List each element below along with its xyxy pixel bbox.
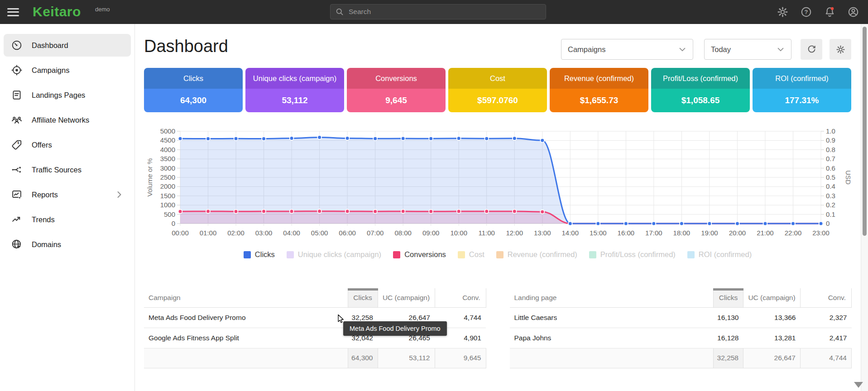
settings-gear-icon[interactable]	[777, 6, 789, 18]
stat-card-clicks[interactable]: Clicks 64,300	[144, 68, 243, 112]
svg-text:2500: 2500	[160, 173, 175, 181]
legend-item-cost[interactable]: Cost	[458, 250, 484, 259]
sidebar-item-offers[interactable]: $ Offers	[4, 134, 131, 156]
chevron-right-icon	[114, 189, 125, 200]
hamburger-menu-icon[interactable]	[7, 6, 21, 18]
page-title: Dashboard	[144, 37, 228, 56]
grouping-select[interactable]: Campaigns	[561, 39, 693, 60]
svg-text:4500: 4500	[160, 136, 175, 144]
legend-item-unique-clicks-campaign[interactable]: Unique clicks (campaign)	[287, 250, 381, 259]
pages-icon	[11, 89, 23, 101]
search-input[interactable]	[349, 8, 541, 16]
sidebar-item-domains[interactable]: Domains	[4, 233, 131, 256]
sidebar-item-campaigns[interactable]: Campaigns	[4, 59, 131, 81]
traffic-chart[interactable]: 0500100015002000250030003500400045005000…	[144, 123, 851, 237]
svg-text:0.9: 0.9	[826, 136, 835, 144]
svg-text:Volume or %: Volume or %	[146, 158, 153, 196]
svg-text:500: 500	[164, 210, 175, 218]
column-header-landing-page[interactable]: Landing page	[510, 288, 714, 307]
sidebar-item-landings-pages[interactable]: Landings Pages	[4, 84, 131, 106]
legend-swatch	[244, 251, 251, 258]
stat-card-roi-confirmed[interactable]: ROI (confirmed) 177.31%	[753, 68, 851, 112]
scrollbar[interactable]	[861, 24, 868, 391]
legend-item-conversions[interactable]: Conversions	[393, 250, 446, 259]
gauge-icon	[11, 39, 23, 51]
svg-text:1.0: 1.0	[826, 127, 835, 135]
svg-text:USD: USD	[844, 170, 851, 185]
scrollbar-thumb[interactable]	[863, 27, 867, 236]
report-icon	[11, 189, 23, 200]
svg-text:0.3: 0.3	[826, 192, 835, 200]
column-header-uc[interactable]: UC (campaign)	[743, 288, 801, 307]
sidebar-item-affiliate-networks[interactable]: Affiliate Networks	[4, 109, 131, 131]
main-content: Dashboard Campaigns Today Clicks 64,300 …	[135, 24, 851, 391]
column-header-conv[interactable]: Conv.	[435, 288, 486, 307]
svg-text:08:00: 08:00	[394, 229, 412, 237]
landings-table: Landing page Clicks UC (campaign) Conv. …	[510, 288, 852, 368]
sidebar-item-trends[interactable]: Trends	[4, 208, 131, 231]
svg-text:4000: 4000	[160, 146, 175, 153]
table-row[interactable]: Papa Johns 16,128 13,281 2,417	[510, 328, 852, 348]
sidebar-item-reports[interactable]: Reports	[4, 183, 131, 206]
svg-text:0: 0	[172, 219, 175, 227]
svg-text:06:00: 06:00	[339, 229, 356, 237]
legend-item-roi-confirmed[interactable]: ROI (confirmed)	[687, 250, 752, 259]
column-header-clicks[interactable]: Clicks	[714, 288, 743, 307]
search-icon	[335, 7, 344, 16]
svg-text:1000: 1000	[160, 201, 175, 209]
svg-text:0.6: 0.6	[826, 164, 835, 172]
column-header-campaign[interactable]: Campaign	[144, 288, 348, 307]
svg-text:16:00: 16:00	[618, 229, 635, 237]
svg-text:11:00: 11:00	[479, 229, 495, 237]
svg-text:$: $	[17, 141, 19, 145]
svg-text:0.5: 0.5	[826, 173, 835, 181]
column-header-conv[interactable]: Conv.	[801, 288, 852, 307]
sidebar-item-traffic-sources[interactable]: Traffic Sources	[4, 158, 131, 181]
gear-icon	[835, 44, 846, 55]
legend-swatch	[393, 251, 400, 258]
summary-tables: Campaign Clicks UC (campaign) Conv. Meta…	[144, 288, 851, 368]
svg-text:3000: 3000	[160, 164, 175, 172]
top-bar: Keitaro demo ?	[0, 0, 868, 24]
legend-item-clicks[interactable]: Clicks	[244, 250, 275, 259]
column-header-uc[interactable]: UC (campaign)	[378, 288, 435, 307]
svg-text:0.4: 0.4	[826, 182, 835, 190]
svg-text:23:00: 23:00	[812, 229, 830, 237]
stat-card-profit-loss-confirmed[interactable]: Profit/Loss (confirmed) $1,058.65	[651, 68, 750, 112]
totals-row: 32,258 26,647 4,744	[510, 348, 852, 368]
totals-row: 64,300 53,112 9,645	[144, 348, 486, 368]
dashboard-settings-button[interactable]	[830, 39, 851, 60]
svg-text:19:00: 19:00	[701, 229, 718, 237]
plan-badge: demo	[95, 6, 110, 13]
account-icon[interactable]	[847, 6, 859, 18]
help-icon[interactable]: ?	[800, 6, 812, 18]
column-header-clicks[interactable]: Clicks	[348, 288, 378, 307]
svg-text:18:00: 18:00	[673, 229, 691, 237]
table-row[interactable]: Little Caesars 16,130 13,366 2,327	[510, 307, 852, 328]
dashboard-controls: Campaigns Today	[561, 39, 851, 60]
scroll-down-arrow-icon[interactable]	[854, 382, 863, 388]
stat-card-revenue-confirmed[interactable]: Revenue (confirmed) $1,655.73	[550, 68, 648, 112]
notifications-bell-icon[interactable]	[824, 6, 836, 18]
svg-text:09:00: 09:00	[422, 229, 440, 237]
svg-text:22:00: 22:00	[785, 229, 802, 237]
svg-text:0.8: 0.8	[826, 146, 835, 153]
search-bar[interactable]	[330, 4, 546, 19]
stat-card-cost[interactable]: Cost $597.0760	[448, 68, 547, 112]
stat-card-unique-clicks-campaign[interactable]: Unique clicks (campaign) 53,112	[245, 68, 344, 112]
svg-text:00:00: 00:00	[172, 229, 189, 237]
row-tooltip: Meta Ads Food Delivery Promo	[343, 321, 447, 336]
svg-text:0.2: 0.2	[826, 201, 835, 209]
svg-text:21:00: 21:00	[757, 229, 774, 237]
date-range-select[interactable]: Today	[704, 39, 791, 60]
legend-item-profit-loss-confirmed[interactable]: Profit/Loss (confirmed)	[589, 250, 676, 259]
stat-cards: Clicks 64,300 Unique clicks (campaign) 5…	[144, 68, 851, 112]
refresh-button[interactable]	[801, 39, 822, 60]
svg-text:3500: 3500	[160, 155, 175, 162]
sidebar-item-dashboard[interactable]: Dashboard	[4, 34, 131, 57]
stat-card-conversions[interactable]: Conversions 9,645	[347, 68, 446, 112]
svg-text:15:00: 15:00	[590, 229, 607, 237]
svg-text:02:00: 02:00	[227, 229, 245, 237]
keitaro-logo: Keitaro	[33, 4, 81, 19]
legend-item-revenue-confirmed[interactable]: Revenue (confirmed)	[496, 250, 577, 259]
